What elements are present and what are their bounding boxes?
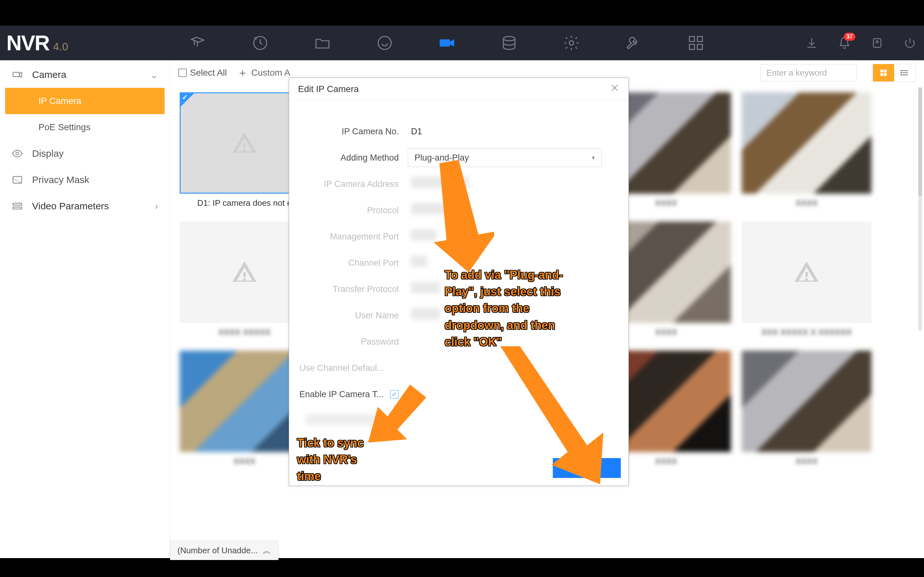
playback-icon[interactable]	[252, 34, 269, 52]
sidebar-label-ip-camera: IP Camera	[39, 96, 81, 106]
svg-point-23	[901, 70, 901, 71]
svg-marker-27	[501, 346, 603, 484]
camera-card[interactable]: XXXX	[742, 92, 871, 208]
sidebar-item-video-parameters[interactable]: Video Parameters ›	[0, 193, 170, 219]
svg-rect-2	[440, 39, 450, 47]
sidebar-label-camera: Camera	[32, 69, 66, 80]
sidebar-item-ip-camera[interactable]: IP Camera	[5, 88, 165, 114]
annotation-text-plug: To add via "Plug-and-Play", just select …	[445, 267, 580, 350]
svg-rect-14	[13, 203, 22, 205]
svg-point-12	[16, 152, 19, 155]
checkbox-icon	[178, 69, 187, 77]
label-use-channel-default: Use Channel Defaul...	[289, 363, 393, 373]
camera-device-icon[interactable]	[189, 34, 207, 52]
label-channel-port: Channel Port	[289, 258, 408, 268]
label-adding-method: Adding Method	[289, 153, 408, 163]
sliders-icon	[11, 200, 23, 212]
notification-badge: 37	[844, 33, 855, 41]
unadded-footer[interactable]: (Number of Unadde... ︽	[170, 541, 278, 560]
custom-add-button[interactable]: ＋ Custom A	[237, 65, 290, 80]
label-protocol: Protocol	[289, 205, 408, 215]
sidebar: Camera ⌄ IP Camera PoE Settings Display	[0, 60, 170, 558]
gear-icon[interactable]	[563, 34, 580, 52]
svg-point-24	[901, 73, 901, 73]
unadded-label: (Number of Unadde...	[178, 546, 258, 556]
sidebar-item-poe-settings[interactable]: PoE Settings	[0, 114, 170, 140]
close-icon[interactable]	[610, 83, 620, 95]
svg-rect-18	[880, 73, 883, 76]
scrollbar[interactable]	[918, 87, 922, 331]
eye-icon	[11, 148, 23, 159]
logo-version: 4.0	[53, 40, 68, 53]
modal-header: Edit IP Camera	[289, 78, 628, 100]
camera-caption: XXXX	[742, 198, 871, 208]
download-icon[interactable]	[805, 37, 818, 49]
svg-rect-17	[884, 69, 887, 73]
select-all-checkbox[interactable]: Select All	[178, 68, 227, 78]
caret-down-icon: ▾	[592, 154, 595, 161]
svg-marker-26	[430, 160, 494, 272]
camera-card[interactable]: XXX XXXXX X XXXXXX	[742, 221, 871, 337]
label-mgmt-port: Management Port	[289, 232, 408, 242]
label-camera-no: IP Camera No.	[289, 127, 408, 137]
modal-title: Edit IP Camera	[298, 84, 359, 94]
label-password: Password	[289, 337, 408, 347]
svg-point-4	[569, 41, 573, 45]
sidebar-label-privacy: Privacy Mask	[32, 174, 89, 185]
annotation-text-tick: Tick to sync with NVR's time	[297, 435, 381, 485]
value-camera-no: D1	[408, 127, 613, 137]
search-placeholder: Enter a keyword	[766, 68, 827, 78]
sidebar-item-display[interactable]: Display	[0, 140, 170, 167]
annotation-arrow	[430, 160, 494, 274]
svg-point-25	[901, 74, 901, 75]
sidebar-label-video-params: Video Parameters	[32, 201, 109, 211]
camera-outline-icon	[11, 69, 23, 81]
folder-icon[interactable]	[314, 34, 331, 52]
label-transfer-proto: Transfer Protocol	[289, 284, 408, 294]
sidebar-label-display: Display	[32, 148, 63, 159]
video-recorder-icon[interactable]	[438, 34, 456, 52]
svg-point-3	[503, 37, 515, 41]
list-view-button[interactable]	[894, 64, 915, 81]
svg-rect-16	[880, 69, 883, 73]
chevron-right-icon: ›	[155, 201, 158, 211]
logo-text: NVR	[6, 31, 49, 55]
svg-rect-8	[698, 45, 703, 50]
svg-point-1	[378, 37, 391, 50]
grid-apps-icon[interactable]	[687, 34, 704, 52]
label-username: User Name	[289, 311, 408, 321]
svg-rect-6	[698, 37, 703, 42]
wrench-icon[interactable]	[625, 34, 642, 52]
grid-view-button[interactable]	[873, 64, 894, 81]
top-nav	[189, 34, 805, 52]
sidebar-label-poe: PoE Settings	[39, 122, 90, 132]
sidebar-item-camera[interactable]: Camera ⌄	[0, 61, 170, 88]
camera-thumb	[742, 92, 871, 193]
top-right-controls: 37	[805, 37, 916, 49]
logo: NVR 4.0	[6, 31, 167, 55]
annotation-arrow	[501, 346, 610, 485]
camera-thumb	[742, 351, 871, 452]
smart-analysis-icon[interactable]	[376, 34, 393, 52]
sidebar-item-privacy-mask[interactable]: Privacy Mask	[0, 167, 170, 193]
select-all-label: Select All	[190, 68, 227, 78]
plus-icon: ＋	[237, 65, 248, 80]
svg-rect-5	[690, 37, 695, 42]
search-input[interactable]: Enter a keyword	[760, 64, 857, 81]
custom-add-label: Custom A	[251, 68, 290, 78]
camera-thumb	[742, 221, 871, 323]
camera-card[interactable]: XXXX	[742, 351, 871, 466]
power-icon[interactable]	[903, 37, 916, 49]
mask-icon	[11, 174, 23, 185]
topbar: NVR 4.0	[0, 26, 924, 60]
svg-rect-11	[13, 73, 19, 77]
svg-point-10	[876, 41, 879, 43]
notifications-icon[interactable]: 37	[838, 37, 851, 49]
svg-rect-19	[884, 73, 887, 76]
view-toggle	[873, 64, 916, 82]
label-ip-address: IP Camera Address	[289, 179, 408, 189]
storage-icon[interactable]	[501, 34, 518, 52]
svg-marker-28	[368, 385, 426, 442]
alarm-panel-icon[interactable]	[871, 37, 884, 49]
svg-rect-7	[690, 45, 695, 50]
